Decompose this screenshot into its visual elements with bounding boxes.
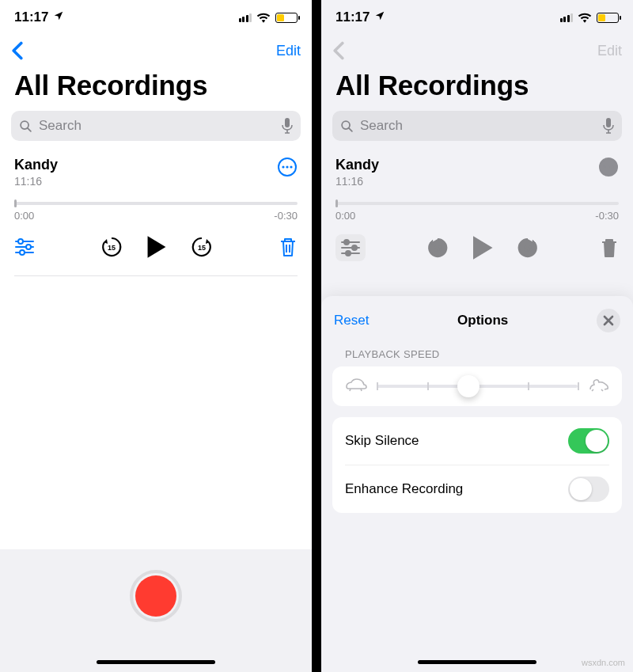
skip-silence-row: Skip Silence <box>345 417 609 465</box>
svg-point-3 <box>282 165 284 168</box>
record-dock <box>0 549 312 672</box>
svg-point-14 <box>603 165 605 168</box>
svg-point-4 <box>286 165 288 168</box>
toggles-card: Skip Silence Enhance Recording <box>332 417 622 513</box>
svg-point-5 <box>290 165 292 168</box>
close-button[interactable] <box>597 309 620 332</box>
playback-scrubber[interactable] <box>14 202 298 205</box>
skip-silence-toggle[interactable] <box>568 428 609 454</box>
page-title: All Recordings <box>321 66 633 108</box>
record-button[interactable] <box>130 570 182 622</box>
rabbit-icon <box>587 378 609 395</box>
turtle-icon <box>345 378 367 395</box>
search-placeholder: Search <box>39 118 275 134</box>
location-icon <box>53 9 64 25</box>
svg-text:15: 15 <box>108 244 116 252</box>
options-sheet: Reset Options PLAYBACK SPEED <box>321 296 633 672</box>
skip-silence-label: Skip Silence <box>345 433 419 449</box>
location-icon <box>374 9 385 25</box>
recording-time: 11:16 <box>335 175 379 188</box>
svg-rect-1 <box>285 118 290 127</box>
play-button[interactable] <box>472 235 494 260</box>
wifi-icon <box>578 12 592 23</box>
search-input[interactable]: Search <box>332 111 622 141</box>
playback-controls: 15 15 <box>335 222 619 272</box>
cellular-signal-icon <box>560 13 574 22</box>
svg-rect-12 <box>606 118 611 127</box>
search-input[interactable]: Search <box>11 111 301 141</box>
options-button[interactable] <box>14 238 35 256</box>
home-indicator[interactable] <box>418 660 536 664</box>
enhance-recording-toggle[interactable] <box>568 476 609 502</box>
search-icon <box>340 120 354 133</box>
svg-point-19 <box>346 251 351 256</box>
svg-text:15: 15 <box>198 244 206 252</box>
recording-item[interactable]: Kandy 11:16 0:00 -0:30 <box>0 149 312 276</box>
forward-15-button[interactable]: 15 <box>190 235 214 259</box>
search-icon <box>19 120 32 133</box>
speed-slider[interactable] <box>377 385 578 388</box>
battery-icon <box>275 13 298 23</box>
svg-point-17 <box>344 240 349 245</box>
more-button[interactable] <box>598 157 619 177</box>
reset-button[interactable]: Reset <box>334 313 369 328</box>
svg-point-7 <box>26 245 31 249</box>
mic-icon[interactable] <box>603 118 614 134</box>
svg-text:15: 15 <box>524 245 532 252</box>
back-button[interactable] <box>332 41 345 60</box>
edit-button[interactable]: Edit <box>276 43 301 59</box>
wifi-icon <box>256 12 271 23</box>
slider-knob[interactable] <box>457 375 479 397</box>
mic-icon[interactable] <box>282 118 293 134</box>
section-label: PLAYBACK SPEED <box>321 344 633 366</box>
search-placeholder: Search <box>360 118 597 134</box>
status-time: 11:17 <box>14 9 48 25</box>
enhance-recording-label: Enhance Recording <box>345 481 463 497</box>
play-button[interactable] <box>146 234 168 260</box>
recording-item[interactable]: Kandy 11:16 0:00 -0:30 <box>321 149 633 272</box>
options-button[interactable] <box>335 234 366 261</box>
playback-controls: 15 15 <box>14 222 298 271</box>
svg-point-16 <box>611 165 613 168</box>
time-elapsed: 0:00 <box>335 210 355 222</box>
time-remaining: -0:30 <box>274 210 298 222</box>
screen-left: 11:17 Edit All Recordings Search <box>0 0 312 672</box>
playback-speed-card <box>332 366 622 406</box>
home-indicator[interactable] <box>97 660 215 664</box>
svg-point-8 <box>20 250 25 255</box>
recording-time: 11:16 <box>14 175 58 188</box>
svg-text:15: 15 <box>434 245 442 252</box>
rewind-15-button[interactable]: 15 <box>426 236 449 260</box>
forward-15-button[interactable]: 15 <box>516 236 540 260</box>
edit-button[interactable]: Edit <box>597 43 622 59</box>
svg-point-15 <box>607 165 609 168</box>
more-button[interactable] <box>277 157 298 177</box>
nav-bar: Edit <box>321 35 633 66</box>
nav-bar: Edit <box>0 35 312 66</box>
rewind-15-button[interactable]: 15 <box>100 235 123 259</box>
screenshot-divider <box>312 0 321 672</box>
delete-button[interactable] <box>279 237 298 257</box>
battery-icon <box>597 13 619 23</box>
svg-point-6 <box>18 239 23 244</box>
status-bar: 11:17 <box>321 0 633 35</box>
time-remaining: -0:30 <box>595 210 619 222</box>
sheet-title: Options <box>457 313 508 328</box>
playback-scrubber[interactable] <box>335 202 619 205</box>
recording-title: Kandy <box>14 157 58 173</box>
status-bar: 11:17 <box>0 0 312 35</box>
status-time: 11:17 <box>335 9 370 25</box>
back-button[interactable] <box>11 41 24 60</box>
divider <box>14 275 298 276</box>
time-elapsed: 0:00 <box>14 210 34 222</box>
svg-point-18 <box>352 245 357 250</box>
enhance-recording-row: Enhance Recording <box>345 465 609 513</box>
screen-right: 11:17 Edit All Recordings Search <box>321 0 633 672</box>
watermark: wsxdn.com <box>582 658 625 667</box>
recording-title: Kandy <box>335 157 379 173</box>
page-title: All Recordings <box>0 66 312 108</box>
cellular-signal-icon <box>239 13 252 22</box>
delete-button[interactable] <box>600 237 619 258</box>
